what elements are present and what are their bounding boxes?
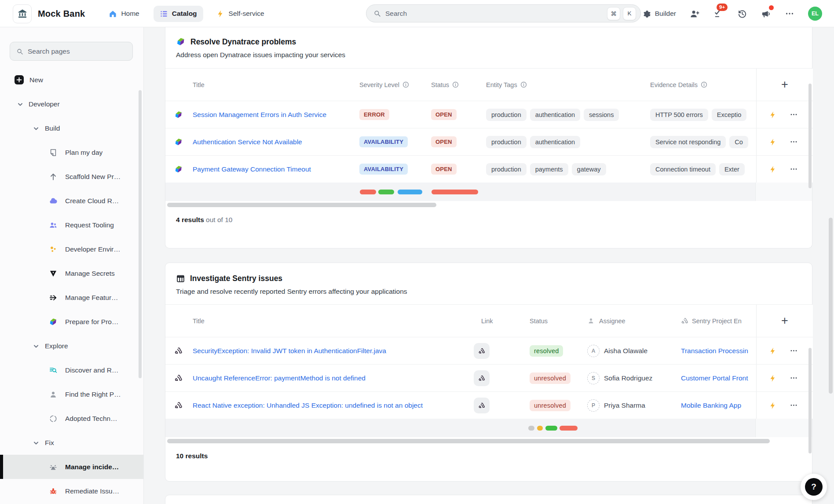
more-menu-button[interactable] (784, 8, 795, 19)
tasks-button[interactable]: 9+ (713, 8, 724, 19)
run-action-bolt-icon[interactable] (769, 347, 776, 354)
sentry-link-button[interactable] (474, 370, 490, 386)
issue-title-link[interactable]: SecurityException: Invalid JWT token in … (193, 347, 386, 355)
sidebar-group-build[interactable]: Build (0, 116, 143, 140)
page-scrollbar[interactable] (829, 218, 833, 394)
lightning-icon (216, 10, 225, 18)
table-vertical-scrollbar[interactable] (808, 348, 812, 453)
info-icon[interactable] (402, 81, 409, 88)
issue-title-link[interactable]: Uncaught ReferenceError: paymentMethod i… (193, 374, 366, 382)
sidebar-item-prepare-for-production[interactable]: Prepare for Pro… (0, 310, 143, 334)
add-column-button[interactable]: + (781, 79, 788, 91)
row-menu-icon[interactable] (790, 374, 798, 382)
history-button[interactable] (737, 8, 747, 19)
sidebar-item-remediate-issues[interactable]: Remediate Issu… (0, 479, 143, 503)
problem-title-link[interactable]: Authentication Service Not Available (193, 138, 302, 146)
sidebar-item-manage-features[interactable]: Manage Featur… (0, 285, 143, 310)
run-action-bolt-icon[interactable] (769, 165, 776, 173)
table-header-row: Title Severity Level Status Entity Tags … (165, 68, 812, 101)
card-subtitle: Address open Dynatrace issues impacting … (176, 51, 801, 59)
run-action-bolt-icon[interactable] (769, 111, 776, 118)
partial-row-strip (165, 183, 812, 201)
sidebar-item-request-tooling[interactable]: Request Tooling (0, 213, 143, 237)
sentry-card: Investigate Sentry issues Triage and res… (165, 263, 812, 482)
status-badge: resolved (530, 345, 563, 357)
evidence-chip: Exceptio (712, 109, 747, 121)
run-action-bolt-icon[interactable] (769, 374, 776, 382)
notifications-badge: 9+ (717, 4, 728, 11)
entity-tag: production (486, 163, 527, 175)
sidebar-search-input[interactable]: Search pages (10, 42, 133, 61)
top-navbar: Mock Bank Home Catalog Self-service Sear… (0, 0, 834, 27)
siren-icon (49, 463, 58, 471)
sidebar-item-manage-incidents[interactable]: Manage incide… (0, 455, 143, 479)
run-action-bolt-icon[interactable] (769, 138, 776, 146)
row-menu-icon[interactable] (790, 138, 798, 146)
sidebar-item-create-cloud[interactable]: Create Cloud R… (0, 189, 143, 213)
nav-tab-self-service[interactable]: Self-service (210, 6, 271, 22)
table-row: SecurityException: Invalid JWT token in … (165, 337, 812, 364)
sentry-link-button[interactable] (474, 398, 490, 413)
row-menu-icon[interactable] (790, 165, 798, 173)
evidence-chip: Exter (719, 163, 745, 175)
skeleton-pill (528, 426, 534, 431)
sidebar-item-find-the-right[interactable]: Find the Right P… (0, 382, 143, 406)
builder-button[interactable]: Builder (643, 9, 676, 18)
sentry-icon (478, 347, 485, 354)
brand-logo[interactable] (13, 4, 32, 23)
invite-users-button[interactable] (689, 8, 700, 19)
sidebar-group-explore[interactable]: Explore (0, 334, 143, 358)
global-search-input[interactable]: Search ⌘ K (366, 4, 641, 22)
row-menu-icon[interactable] (790, 347, 798, 355)
table-vertical-scrollbar[interactable] (808, 84, 812, 188)
home-icon (109, 10, 117, 18)
card-title: Resolve Dynatrace problems (190, 37, 296, 47)
row-menu-icon[interactable] (790, 401, 798, 409)
sidebar-item-adopted-technologies[interactable]: Adopted Techn… (0, 406, 143, 431)
info-icon[interactable] (701, 81, 707, 88)
problem-title-link[interactable]: Payment Gateway Connection Timeout (193, 165, 311, 173)
assignee-name: Priya Sharma (604, 402, 645, 409)
sidebar-item-plan-my-day[interactable]: Plan my day (0, 140, 143, 164)
card-subtitle: Triage and resolve recently reported Sen… (176, 288, 801, 296)
row-menu-icon[interactable] (790, 110, 798, 119)
assignee-name: Aisha Olawale (604, 347, 647, 355)
issue-title-link[interactable]: React Native exception: Unhandled JS Exc… (193, 402, 423, 409)
sidebar-item-scaffold-new[interactable]: Scaffold New Pr… (0, 164, 143, 189)
sidebar-item-developer-environments[interactable]: Developer Envir… (0, 237, 143, 261)
project-link[interactable]: Transaction Processin (681, 347, 748, 355)
sentry-icon (478, 402, 485, 409)
sidebar-search-placeholder: Search pages (28, 47, 70, 55)
project-link[interactable]: Mobile Banking App (681, 402, 741, 409)
problem-title-link[interactable]: Session Management Errors in Auth Servic… (193, 111, 326, 119)
sidebar-group-developer[interactable]: Developer (0, 92, 143, 116)
nav-tab-home[interactable]: Home (102, 6, 145, 22)
megaphone-icon (761, 9, 771, 19)
help-button[interactable]: ? (801, 474, 827, 500)
status-badge: unresolved (530, 400, 571, 411)
announcements-button[interactable] (761, 8, 771, 19)
sentry-link-button[interactable] (474, 343, 490, 359)
project-link[interactable]: Customer Portal Front (681, 374, 748, 382)
nav-tab-catalog[interactable]: Catalog (154, 6, 203, 22)
user-avatar[interactable]: EL (808, 7, 822, 21)
results-count: 4 results out of 10 (165, 210, 812, 230)
brand-name: Mock Bank (38, 9, 85, 19)
ellipsis-icon (785, 9, 794, 18)
horizontal-scrollbar[interactable] (167, 439, 770, 443)
sidebar-scrollbar[interactable] (139, 90, 142, 378)
column-header-title: Title (193, 318, 205, 325)
run-action-bolt-icon[interactable] (769, 402, 776, 409)
sentry-icon (681, 317, 688, 325)
assignee-avatar: P (587, 399, 600, 412)
sidebar-new-button[interactable]: New (0, 68, 143, 92)
info-icon[interactable] (452, 81, 459, 88)
sidebar-item-manage-secrets[interactable]: Manage Secrets (0, 261, 143, 285)
add-column-button[interactable]: + (781, 315, 788, 327)
evidence-chip: Connection timeout (650, 163, 716, 175)
column-header-tags: Entity Tags (486, 81, 517, 88)
horizontal-scrollbar[interactable] (167, 203, 436, 207)
sidebar-group-fix[interactable]: Fix (0, 431, 143, 455)
info-icon[interactable] (520, 81, 527, 88)
sidebar-item-discover[interactable]: Discover and R… (0, 358, 143, 382)
